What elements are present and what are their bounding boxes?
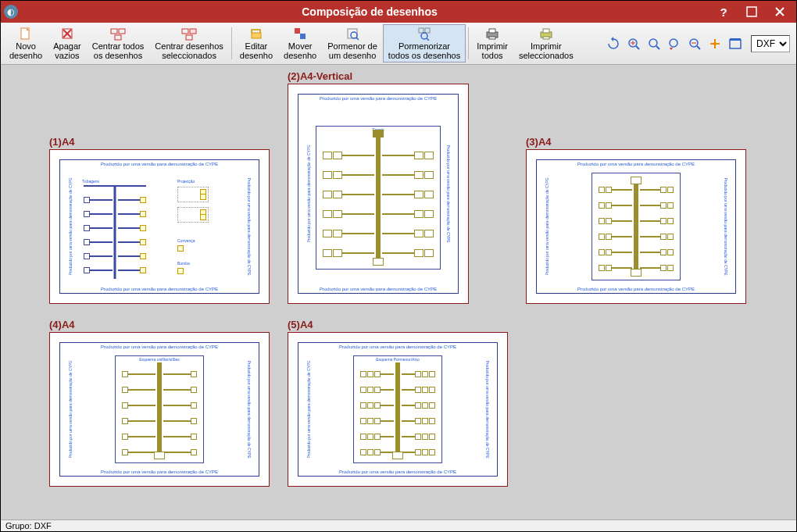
svg-rect-20 bbox=[425, 28, 430, 33]
new-drawing-button[interactable]: Novo desenho bbox=[4, 24, 48, 62]
svg-rect-38 bbox=[730, 40, 741, 48]
edit-drawing-button[interactable]: Editar desenho bbox=[234, 24, 278, 62]
minimize-button[interactable] bbox=[743, 3, 760, 20]
watermark: Produzido por uma versão para demonstraç… bbox=[484, 360, 489, 458]
detail-all-button[interactable]: Pormenorizar todos os desenhos bbox=[383, 24, 466, 62]
diagram bbox=[591, 173, 681, 280]
center-selected-button[interactable]: Centrar desenhos seleccionados bbox=[149, 24, 228, 62]
titlebar: ◐ Composição de desenhos ? bbox=[1, 1, 796, 23]
svg-rect-13 bbox=[252, 33, 261, 38]
print-all-icon bbox=[484, 27, 501, 41]
watermark: Produzido por uma versão para demonstraç… bbox=[60, 470, 259, 474]
zoom-prev-button[interactable] bbox=[665, 34, 684, 53]
thumbnail-label: (2)A4-Vertical bbox=[288, 70, 469, 82]
center-all-button[interactable]: Centrar todos os desenhos bbox=[87, 24, 150, 62]
zoom-refresh-button[interactable] bbox=[604, 34, 623, 53]
center-sel-label: Centrar desenhos seleccionados bbox=[155, 41, 223, 60]
pan-button[interactable] bbox=[706, 34, 724, 53]
detail-one-label: Pormenor de um desenho bbox=[327, 41, 377, 60]
thumbnail-4[interactable]: (4)A4 Produzido por uma versão para demo… bbox=[49, 319, 270, 487]
page: Produzido por uma versão para demonstraç… bbox=[526, 149, 746, 304]
svg-line-22 bbox=[427, 38, 429, 41]
new-icon bbox=[17, 27, 34, 41]
svg-rect-28 bbox=[543, 37, 549, 39]
thumbnail-label: (1)A4 bbox=[49, 136, 270, 148]
svg-rect-24 bbox=[489, 29, 495, 33]
svg-rect-15 bbox=[300, 34, 306, 39]
watermark: Produzido por uma versão para demonstraç… bbox=[246, 360, 251, 458]
svg-point-17 bbox=[351, 32, 357, 38]
help-button[interactable]: ? bbox=[715, 3, 732, 20]
diagram: Escala bbox=[316, 126, 441, 270]
format-select[interactable]: DXF bbox=[751, 35, 790, 52]
center-all-icon bbox=[109, 27, 127, 41]
print-all-label: Imprimir todos bbox=[477, 41, 508, 60]
svg-rect-0 bbox=[747, 7, 756, 16]
svg-rect-27 bbox=[543, 29, 549, 33]
close-button[interactable] bbox=[771, 3, 788, 20]
thumbnail-1[interactable]: (1)A4 Produzido por uma versão para demo… bbox=[49, 136, 270, 304]
thumbnail-5[interactable]: (5)A4 Produzido por uma versão para demo… bbox=[288, 319, 508, 487]
zoom-extents-button[interactable] bbox=[624, 34, 643, 53]
detail-one-button[interactable]: Pormenor de um desenho bbox=[322, 24, 383, 62]
svg-rect-10 bbox=[182, 29, 188, 34]
zoom-tools: DXF bbox=[604, 24, 793, 62]
canvas[interactable]: (2)A4-Vertical Produzido por uma versão … bbox=[1, 65, 796, 520]
watermark: Produzido por uma versão para demonstraç… bbox=[723, 177, 727, 275]
watermark: Produzido por uma versão para demonstraç… bbox=[246, 177, 251, 275]
separator bbox=[468, 27, 469, 59]
watermark: Produzido por uma versão para demonstraç… bbox=[68, 360, 73, 458]
page: Produzido por uma versão para demonstraç… bbox=[288, 332, 508, 487]
print-selected-button[interactable]: Imprimir seleccionados bbox=[513, 24, 579, 62]
detail-one-icon bbox=[344, 27, 361, 41]
page: Produzido por uma versão para demonstraç… bbox=[288, 84, 469, 304]
svg-rect-16 bbox=[348, 29, 357, 38]
watermark: Produzido por uma versão para demonstraç… bbox=[298, 287, 458, 291]
page: Produzido por uma versão para demonstraç… bbox=[49, 332, 270, 487]
watermark: Produzido por uma versão para demonstraç… bbox=[298, 345, 497, 349]
svg-line-35 bbox=[697, 46, 700, 49]
svg-rect-9 bbox=[115, 35, 121, 40]
detail-all-icon bbox=[416, 27, 433, 41]
watermark: Produzido por uma versão para demonstraç… bbox=[545, 177, 549, 275]
new-drawing-label: Novo desenho bbox=[9, 41, 42, 60]
svg-rect-8 bbox=[119, 29, 125, 34]
svg-rect-19 bbox=[419, 28, 424, 33]
watermark: Produzido por uma versão para demonstraç… bbox=[306, 360, 311, 458]
thumbnail-3[interactable]: (3)A4 Produzido por uma versão para demo… bbox=[526, 136, 746, 304]
svg-point-33 bbox=[670, 39, 677, 47]
full-screen-button[interactable] bbox=[726, 34, 745, 53]
move-icon bbox=[291, 27, 309, 41]
svg-line-30 bbox=[636, 46, 639, 49]
detail-all-label: Pormenorizar todos os desenhos bbox=[388, 41, 460, 60]
delete-empty-button[interactable]: Apagar vazios bbox=[48, 24, 86, 62]
watermark: Produzido por uma versão para demonstraç… bbox=[60, 287, 259, 291]
svg-line-32 bbox=[656, 46, 659, 49]
separator bbox=[231, 27, 232, 59]
svg-point-37 bbox=[713, 42, 717, 45]
thumbnail-2[interactable]: (2)A4-Vertical Produzido por uma versão … bbox=[288, 70, 469, 304]
svg-rect-11 bbox=[190, 29, 196, 34]
edit-label: Editar desenho bbox=[240, 41, 273, 60]
statusbar: Grupo: DXF bbox=[1, 520, 796, 532]
watermark: Produzido por uma versão para demonstraç… bbox=[60, 345, 259, 349]
diagram: Esquema Pormenor/Alvo bbox=[353, 355, 442, 463]
print-all-button[interactable]: Imprimir todos bbox=[471, 24, 513, 62]
zoom-window-button[interactable] bbox=[645, 34, 663, 53]
zoom-realtime-button[interactable] bbox=[685, 34, 704, 53]
svg-rect-39 bbox=[730, 38, 741, 41]
window-title: Composição de desenhos bbox=[24, 5, 715, 18]
toolbar: Novo desenho Apagar vazios Centrar todos… bbox=[1, 23, 796, 65]
watermark: Produzido por uma versão para demonstraç… bbox=[68, 177, 73, 275]
thumbnail-label: (5)A4 bbox=[288, 319, 508, 330]
watermark: Produzido por uma versão para demonstraç… bbox=[60, 162, 259, 166]
svg-point-31 bbox=[649, 39, 657, 47]
svg-line-18 bbox=[356, 37, 359, 40]
thumbnail-label: (3)A4 bbox=[526, 136, 746, 148]
move-drawing-button[interactable]: Mover desenho bbox=[278, 24, 322, 62]
center-sel-icon bbox=[180, 27, 198, 41]
diagram: Esquema unifilar/sifões bbox=[115, 355, 204, 463]
watermark: Produzido por uma versão para demonstraç… bbox=[306, 145, 311, 242]
print-sel-icon bbox=[538, 27, 555, 41]
move-label: Mover desenho bbox=[284, 41, 316, 60]
